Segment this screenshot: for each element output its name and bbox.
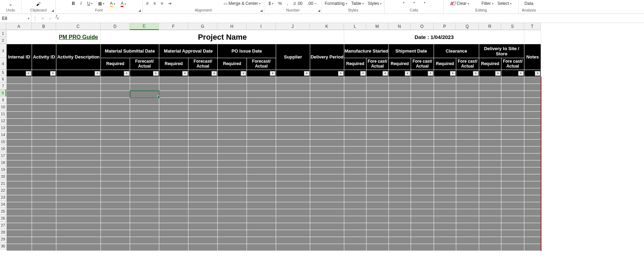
cell[interactable] (344, 244, 367, 251)
cell-styles-button[interactable]: Styles▾ (367, 1, 383, 6)
cell[interactable] (389, 105, 411, 112)
cell[interactable] (7, 202, 32, 209)
format-table-button[interactable]: Table▾ (350, 1, 365, 6)
cell[interactable] (367, 160, 389, 167)
cell[interactable] (276, 119, 310, 126)
col-header-Q[interactable]: Q (456, 23, 479, 30)
cell[interactable] (389, 133, 411, 140)
cell[interactable]: ▾ (130, 70, 159, 77)
cell[interactable] (130, 98, 159, 105)
row-header-27[interactable]: 27 (0, 222, 6, 229)
cell[interactable] (247, 140, 276, 147)
cell[interactable] (501, 223, 524, 230)
cell[interactable] (524, 237, 541, 244)
cell[interactable] (7, 153, 32, 160)
cell[interactable]: Delivery to Site / Store (479, 44, 524, 58)
cell[interactable] (310, 84, 344, 91)
row-header-10[interactable]: 10 (0, 103, 6, 110)
cell[interactable] (456, 105, 479, 112)
cell[interactable] (501, 105, 524, 112)
cell[interactable]: ▾ (32, 70, 56, 77)
cell[interactable] (130, 244, 159, 251)
cell[interactable] (247, 112, 276, 119)
row-header-4[interactable]: 4 (0, 58, 6, 70)
cell[interactable] (524, 153, 541, 160)
col-header-O[interactable]: O (411, 23, 434, 30)
cell[interactable] (479, 77, 501, 84)
cell[interactable] (32, 77, 56, 84)
cell[interactable]: ▾ (188, 70, 218, 77)
cell[interactable] (56, 230, 101, 237)
row-header-1[interactable]: 1 (0, 30, 6, 37)
cell[interactable] (32, 126, 56, 133)
cell[interactable] (310, 202, 344, 209)
cell[interactable] (56, 237, 101, 244)
cell[interactable] (367, 216, 389, 223)
cell[interactable]: PO Issue Date (218, 44, 276, 58)
row-header-22[interactable]: 22 (0, 187, 6, 194)
cell[interactable] (501, 202, 524, 209)
filter-dropdown-icon[interactable]: ▾ (124, 71, 129, 76)
inc-decimal-button[interactable]: .0.00 (291, 1, 304, 6)
cell[interactable] (7, 112, 32, 119)
cell[interactable] (101, 84, 130, 91)
cell[interactable]: Required (389, 58, 411, 70)
cell[interactable] (7, 91, 32, 98)
cell[interactable] (389, 244, 411, 251)
cell[interactable] (434, 167, 456, 174)
cell[interactable] (101, 160, 130, 167)
cell[interactable] (276, 181, 310, 188)
cell[interactable] (188, 140, 218, 147)
cell[interactable] (218, 126, 247, 133)
cell[interactable] (130, 202, 159, 209)
cell[interactable] (218, 77, 247, 84)
filter-dropdown-icon[interactable]: ▾ (95, 71, 100, 76)
cell[interactable] (389, 188, 411, 195)
cell[interactable] (247, 160, 276, 167)
cell[interactable] (159, 202, 188, 209)
cell[interactable] (524, 202, 541, 209)
dec-decimal-button[interactable]: .00→ (306, 1, 319, 6)
cell[interactable] (434, 98, 456, 105)
cell[interactable] (434, 84, 456, 91)
cell[interactable]: Required (101, 58, 130, 70)
cell[interactable] (159, 105, 188, 112)
cell[interactable] (479, 91, 501, 98)
fill-color-button[interactable]: A▾ (108, 1, 116, 7)
cell[interactable] (367, 77, 389, 84)
cell[interactable] (32, 223, 56, 230)
row-header-26[interactable]: 26 (0, 215, 6, 222)
row-header-9[interactable]: 9 (0, 96, 6, 103)
cell[interactable] (344, 84, 367, 91)
cell[interactable] (247, 244, 276, 251)
row-header-14[interactable]: 14 (0, 131, 6, 138)
filter-dropdown-icon[interactable]: ▾ (473, 71, 478, 76)
cell[interactable] (456, 98, 479, 105)
cell[interactable] (367, 188, 389, 195)
cell[interactable] (247, 195, 276, 202)
row-header-23[interactable]: 23 (0, 194, 6, 201)
cell[interactable] (247, 77, 276, 84)
cell[interactable] (456, 153, 479, 160)
cell[interactable] (247, 202, 276, 209)
row-header-12[interactable]: 12 (0, 117, 6, 124)
cell[interactable] (456, 202, 479, 209)
cell[interactable] (130, 230, 159, 237)
cell[interactable] (344, 160, 367, 167)
cell[interactable] (32, 160, 56, 167)
row-header-17[interactable]: 17 (0, 152, 6, 159)
cell[interactable] (524, 174, 541, 181)
cell[interactable] (501, 188, 524, 195)
name-box[interactable]: E8 ▾ (0, 14, 31, 23)
cell[interactable] (434, 160, 456, 167)
cell[interactable] (32, 167, 56, 174)
cell[interactable] (159, 133, 188, 140)
cell[interactable] (501, 174, 524, 181)
cell[interactable] (389, 174, 411, 181)
cell[interactable] (159, 188, 188, 195)
cell[interactable] (367, 209, 389, 216)
cell[interactable] (344, 153, 367, 160)
row-header-7[interactable]: 7 (0, 82, 6, 89)
accept-formula-button[interactable]: ✓ (47, 14, 54, 23)
align-center-button[interactable]: ≡ (152, 1, 157, 6)
